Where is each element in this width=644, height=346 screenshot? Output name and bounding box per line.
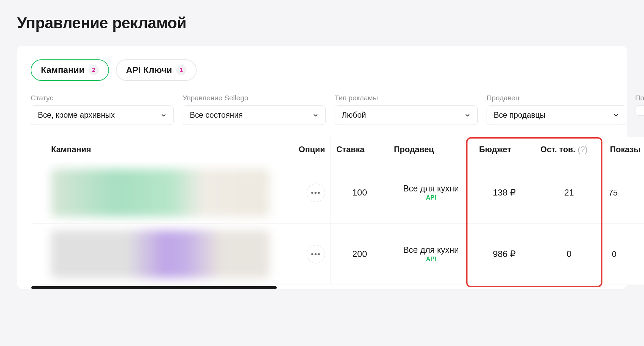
tab-label: API Ключи bbox=[126, 65, 172, 75]
campaigns-card: Кампании 2 API Ключи 1 Статус Все, кроме… bbox=[17, 46, 627, 289]
filter-cutoff: По bbox=[635, 94, 644, 125]
options-menu-button[interactable]: ••• bbox=[307, 245, 325, 263]
seller-api-tag: API bbox=[426, 194, 436, 201]
tab-campaigns[interactable]: Кампании 2 bbox=[31, 59, 109, 81]
th-budget[interactable]: Бюджет bbox=[474, 137, 535, 162]
filter-manage: Управление Sellego Все состояния bbox=[183, 94, 326, 125]
cell-stock: 0 bbox=[535, 224, 603, 285]
help-icon[interactable]: (?) bbox=[578, 145, 587, 154]
th-seller[interactable]: Продавец bbox=[388, 137, 474, 162]
filter-status: Статус Все, кроме архивных bbox=[31, 94, 174, 125]
cell-sparkline bbox=[622, 224, 641, 285]
cell-k: 0 bbox=[641, 224, 644, 285]
budget-value: 986 ₽ bbox=[493, 249, 516, 259]
filter-label: Управление Sellego bbox=[183, 94, 326, 102]
cell-options: ••• bbox=[283, 162, 331, 224]
blurred-campaign-thumbnail bbox=[51, 169, 269, 217]
bid-value: 100 bbox=[352, 187, 367, 198]
cell-bid: 100 bbox=[331, 162, 388, 224]
shows-value: 75 bbox=[609, 188, 618, 197]
cell-shows: 0 bbox=[603, 224, 622, 285]
th-k[interactable]: К bbox=[641, 137, 644, 162]
ellipsis-icon: ••• bbox=[311, 188, 321, 197]
bid-value: 200 bbox=[352, 249, 367, 259]
sparkline-chart bbox=[627, 246, 635, 262]
budget-value: 138 ₽ bbox=[493, 187, 516, 198]
chevron-down-icon bbox=[613, 112, 619, 118]
th-stock-label: Ост. тов. bbox=[540, 145, 576, 154]
chevron-down-icon bbox=[464, 112, 471, 118]
cell-seller: Все для кухниAPI bbox=[388, 224, 474, 285]
tabs-row: Кампании 2 API Ключи 1 bbox=[31, 59, 627, 81]
cell-budget: 986 ₽ bbox=[474, 224, 535, 285]
cell-campaign bbox=[31, 224, 283, 285]
cell-sparkline bbox=[622, 162, 641, 224]
shows-value: 0 bbox=[612, 249, 616, 259]
page-title: Управление рекламой bbox=[17, 14, 186, 32]
campaigns-table: Кампания Опции Ставка Продавец Бюджет Ос… bbox=[31, 137, 644, 285]
table-row[interactable]: •••200Все для кухниAPI986 ₽000 bbox=[31, 224, 644, 285]
cell-campaign bbox=[31, 162, 283, 224]
cell-budget: 138 ₽ bbox=[474, 162, 535, 224]
header-action-placeholder bbox=[613, 16, 627, 30]
th-shows[interactable]: Показы bbox=[603, 137, 641, 162]
th-campaign[interactable]: Кампания bbox=[31, 137, 283, 162]
filter-seller-select[interactable]: Все продавцы bbox=[487, 105, 626, 125]
stock-value: 0 bbox=[567, 249, 571, 259]
filter-label: Продавец bbox=[487, 94, 626, 102]
filter-adtype: Тип рекламы Любой bbox=[335, 94, 478, 125]
chevron-down-icon bbox=[160, 112, 167, 118]
stock-value: 21 bbox=[564, 187, 574, 198]
th-bid[interactable]: Ставка bbox=[331, 137, 388, 162]
sparkline-chart bbox=[627, 185, 635, 201]
th-stock[interactable]: Ост. тов. (?) bbox=[535, 137, 603, 162]
tab-badge: 2 bbox=[89, 65, 99, 75]
seller-api-tag: API bbox=[426, 256, 436, 263]
filter-status-select[interactable]: Все, кроме архивных bbox=[31, 105, 174, 125]
filter-value: Все состояния bbox=[190, 111, 243, 120]
cell-bid: 200 bbox=[331, 224, 388, 285]
options-menu-button[interactable]: ••• bbox=[307, 184, 325, 202]
seller-name: Все для кухни bbox=[403, 245, 459, 255]
filter-manage-select[interactable]: Все состояния bbox=[183, 105, 326, 125]
horizontal-scrollbar[interactable] bbox=[31, 286, 277, 289]
tab-label: Кампании bbox=[41, 65, 85, 75]
filter-value: Все продавцы bbox=[494, 111, 546, 120]
filter-adtype-select[interactable]: Любой bbox=[335, 105, 478, 125]
cell-k: 1 bbox=[641, 162, 644, 224]
chevron-down-icon bbox=[312, 112, 319, 118]
table-area: Кампания Опции Ставка Продавец Бюджет Ос… bbox=[31, 137, 627, 289]
filter-label: Тип рекламы bbox=[335, 94, 478, 102]
filter-seller: Продавец Все продавцы bbox=[487, 94, 626, 125]
filter-label: По bbox=[635, 94, 644, 102]
table-row[interactable]: •••100Все для кухниAPI138 ₽21751 bbox=[31, 162, 644, 224]
tab-api-keys[interactable]: API Ключи 1 bbox=[116, 59, 197, 81]
cell-stock: 21 bbox=[535, 162, 603, 224]
seller-name: Все для кухни bbox=[403, 184, 459, 193]
cell-seller: Все для кухниAPI bbox=[388, 162, 474, 224]
tab-badge: 1 bbox=[176, 65, 186, 75]
filters-row: Статус Все, кроме архивных Управление Se… bbox=[31, 94, 627, 125]
filter-label: Статус bbox=[31, 94, 174, 102]
cell-options: ••• bbox=[283, 224, 331, 285]
blurred-campaign-thumbnail bbox=[51, 230, 269, 278]
ellipsis-icon: ••• bbox=[311, 250, 321, 259]
th-options: Опции bbox=[283, 137, 331, 162]
filter-value: Любой bbox=[342, 111, 366, 120]
filter-value: Все, кроме архивных bbox=[38, 111, 115, 120]
filter-cutoff-select[interactable] bbox=[635, 105, 644, 116]
cell-shows: 75 bbox=[603, 162, 622, 224]
